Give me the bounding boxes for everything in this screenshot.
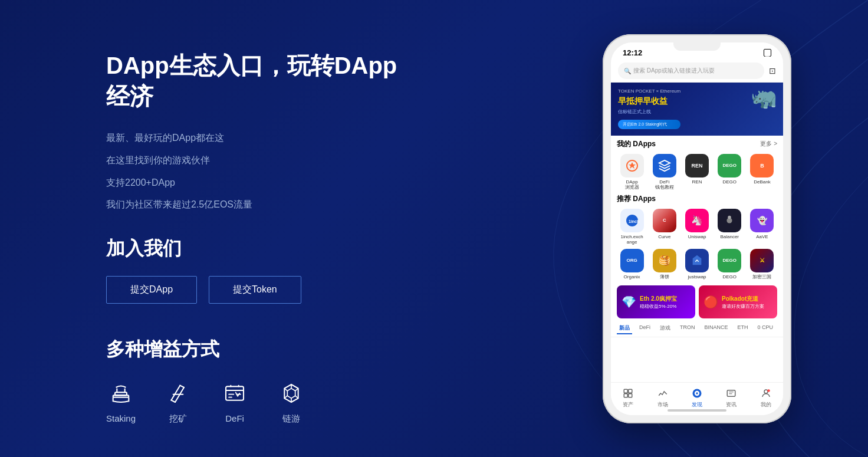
- search-bar[interactable]: 🔍 搜索 DApp或输入链接进入玩耍 ⊡: [611, 60, 783, 83]
- nav-item-discover[interactable]: 发现: [691, 387, 703, 409]
- staking-icon: [107, 379, 135, 407]
- benefit-defi: DeFi: [221, 379, 249, 425]
- app-item-justswap[interactable]: justswap: [682, 249, 712, 280]
- cat-tab-game[interactable]: 游戏: [657, 323, 673, 334]
- my-dapps-header: 我的 DApps 更多 >: [617, 139, 777, 149]
- app-item-1inch[interactable]: 1inch 1inch.exchange: [617, 209, 647, 245]
- nav-item-assets[interactable]: 资产: [622, 387, 634, 409]
- app-item-ren[interactable]: REN REN: [682, 154, 712, 190]
- mining-icon: [164, 379, 192, 407]
- app-icon-pancake: 🥞: [653, 249, 676, 272]
- app-item-debank[interactable]: B DeBank: [747, 154, 777, 190]
- nav-item-news[interactable]: 资讯: [725, 387, 738, 409]
- battery-icon: ▓: [764, 49, 771, 57]
- phone-notch: [673, 42, 721, 51]
- promo-right-subtitle: 邀请好友赚百万方案: [722, 303, 764, 310]
- promo-right-title: Polkadot充道: [722, 295, 764, 303]
- app-icon-uniswap: 🦄: [685, 209, 709, 232]
- app-icon-1inch: 1inch: [620, 209, 644, 232]
- app-name-dego2: DEGO: [722, 274, 737, 280]
- nav-label-discover: 发现: [692, 401, 702, 409]
- app-icon-curve: C: [653, 209, 676, 232]
- svg-rect-20: [629, 389, 632, 393]
- banner-subtitle: 信标链正式上线: [618, 109, 680, 115]
- feature-item-3: 支持2200+DApp: [106, 175, 413, 190]
- app-item-browser[interactable]: DApp浏览器: [617, 154, 647, 190]
- signal-icon: ▋▋▋: [739, 50, 753, 56]
- my-dapps-more[interactable]: 更多 >: [760, 140, 777, 148]
- feature-item-4: 我们为社区带来超过2.5亿EOS流量: [106, 197, 413, 212]
- app-name-justswap: justswap: [688, 274, 706, 280]
- app-item-curve[interactable]: C Curve: [649, 209, 679, 245]
- app-name-curve: Curve: [658, 234, 670, 240]
- promo-banner-left[interactable]: 💎 Eth 2.0疯押宝 稳稳收益5%-20%: [617, 285, 695, 318]
- news-icon: [725, 387, 738, 400]
- cat-tab-tron[interactable]: TRON: [678, 323, 698, 334]
- benefit-chain-game: 链游: [277, 379, 305, 425]
- app-item-aave[interactable]: 👻 AaVE: [747, 209, 777, 245]
- svg-point-18: [728, 215, 731, 219]
- app-name-balancer: Balancer: [720, 234, 739, 240]
- app-item-defi-wallet[interactable]: DeFi钱包教程: [649, 154, 679, 190]
- recommend-dapps-title: 推荐 DApps: [617, 194, 656, 204]
- feature-item-1: 最新、最好玩的DApp都在这: [106, 130, 413, 146]
- my-dapps-section: 我的 DApps 更多 > DApp浏览器: [611, 136, 783, 280]
- cat-tab-defi[interactable]: DeFi: [637, 323, 653, 334]
- app-item-sanguozhi[interactable]: ⚔ 加密三国: [747, 249, 777, 280]
- svg-rect-21: [624, 393, 627, 397]
- nav-item-mine[interactable]: 我的: [760, 387, 772, 409]
- app-item-uniswap[interactable]: 🦄 Uniswap: [682, 209, 712, 245]
- benefit-chain-game-label: 链游: [282, 413, 300, 425]
- svg-rect-1: [115, 392, 127, 395]
- app-item-dego[interactable]: DEGO DEGO: [715, 154, 745, 190]
- app-icon-sanguozhi: ⚔: [750, 249, 774, 272]
- submit-dapp-button[interactable]: 提交DApp: [106, 276, 197, 304]
- app-icon-organix: ORG: [620, 249, 644, 272]
- svg-line-2: [171, 385, 180, 400]
- search-magnifier-icon: 🔍: [624, 68, 631, 74]
- app-item-pancake[interactable]: 🥞 薄饼: [649, 249, 679, 280]
- recommend-dapps-header: 推荐 DApps: [617, 194, 777, 204]
- feature-item-2: 在这里找到你的游戏伙伴: [106, 153, 413, 168]
- banner-button[interactable]: 开启Eth 2.0 Staking时代: [618, 120, 680, 129]
- svg-line-5: [171, 400, 175, 402]
- cat-tab-eth[interactable]: ETH: [735, 323, 751, 334]
- app-name-ren: REN: [692, 179, 702, 185]
- nav-label-mine: 我的: [761, 401, 771, 409]
- app-name-pancake: 薄饼: [660, 274, 669, 280]
- main-title: DApp生态入口，玩转DApp经济: [106, 50, 413, 111]
- app-item-organix[interactable]: ORG Organix: [617, 249, 647, 280]
- scan-icon[interactable]: ⊡: [769, 66, 776, 75]
- promo-banner-right[interactable]: 🔴 Polkadot充道 邀请好友赚百万方案: [699, 285, 777, 318]
- banner-logo-text: TOKEN POCKET × Ethereum: [618, 88, 680, 94]
- nav-label-assets: 资产: [623, 401, 633, 409]
- join-title: 加入我们: [106, 236, 413, 262]
- phone-screen: 12:12 ▋▋▋ ▲ ▓ 🔍 搜索 DApp或输入链接进入玩耍: [611, 42, 783, 415]
- submit-token-button[interactable]: 提交Token: [209, 276, 301, 304]
- svg-line-4: [180, 385, 184, 387]
- app-name-defi-wallet: DeFi钱包教程: [655, 179, 674, 190]
- search-input-area[interactable]: 🔍 搜索 DApp或输入链接进入玩耍: [618, 63, 764, 79]
- my-dapps-row: DApp浏览器 DeFi钱包教程: [617, 154, 777, 190]
- promo-left-title: Eth 2.0疯押宝: [640, 295, 677, 303]
- feature-list: 最新、最好玩的DApp都在这 在这里找到你的游戏伙伴 支持2200+DApp 我…: [106, 130, 413, 212]
- cat-tab-new[interactable]: 新品: [617, 323, 632, 334]
- market-icon: [656, 387, 669, 400]
- svg-point-25: [696, 392, 698, 394]
- nav-item-market[interactable]: 市场: [656, 387, 669, 409]
- app-item-balancer[interactable]: Balancer: [715, 209, 745, 245]
- svg-rect-19: [624, 389, 627, 393]
- banner-rhino-icon: 🦏: [751, 86, 777, 110]
- banner-main-title: 早抵押早收益: [618, 96, 680, 106]
- svg-rect-22: [629, 393, 632, 397]
- app-item-dego2[interactable]: DEGO DEGO: [715, 249, 745, 280]
- app-name-aave: AaVE: [756, 234, 768, 240]
- benefit-staking-label: Staking: [106, 413, 136, 423]
- cat-tab-cpu[interactable]: 0 CPU: [755, 323, 776, 334]
- wifi-icon: ▲: [755, 50, 761, 56]
- benefit-title: 多种增益方式: [106, 337, 413, 363]
- cat-tab-binance[interactable]: BINANCE: [702, 323, 731, 334]
- app-icon-defi-wallet: [653, 154, 676, 177]
- promo-right-text: Polkadot充道 邀请好友赚百万方案: [722, 295, 764, 310]
- app-name-browser: DApp浏览器: [625, 179, 639, 190]
